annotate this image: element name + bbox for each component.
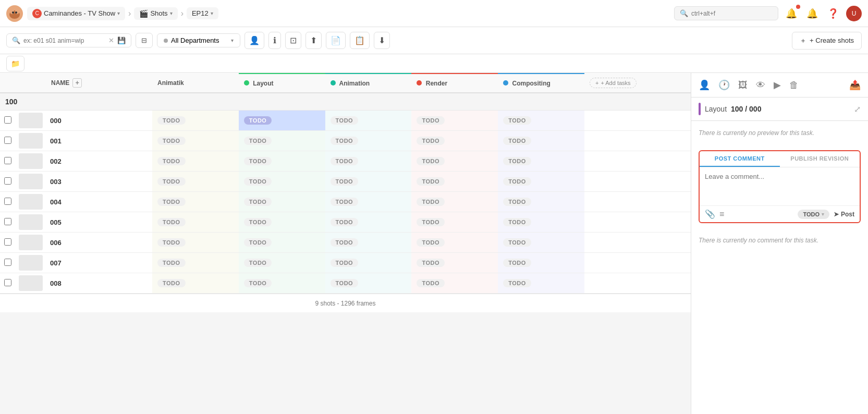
filter-btn[interactable]: ⊟ xyxy=(136,33,153,48)
compositing-cell[interactable]: TODO xyxy=(498,253,584,273)
rp-expand-btn[interactable]: ⤢ xyxy=(854,104,861,114)
animatik-cell[interactable]: TODO xyxy=(152,233,239,253)
animation-cell[interactable]: TODO xyxy=(325,273,412,294)
rp-eye-icon[interactable]: 👁 xyxy=(754,78,767,93)
render-cell[interactable]: TODO xyxy=(411,212,498,233)
global-search[interactable]: 🔍 xyxy=(674,6,778,20)
todo-pill[interactable]: TODO ▾ xyxy=(798,210,829,219)
rp-play-icon[interactable]: ▶ xyxy=(772,77,783,93)
attach-icon[interactable]: 📎 xyxy=(705,209,715,219)
info-btn[interactable]: ℹ xyxy=(268,32,281,49)
render-cell[interactable]: TODO xyxy=(411,131,498,151)
render-cell[interactable]: TODO xyxy=(411,151,498,172)
row-checkbox[interactable] xyxy=(4,137,11,144)
animatik-cell[interactable]: TODO xyxy=(152,192,239,212)
animation-cell[interactable]: TODO xyxy=(325,151,412,172)
clone-btn[interactable]: 📋 xyxy=(350,32,370,49)
save-search-icon[interactable]: 💾 xyxy=(117,36,126,44)
compositing-cell[interactable]: TODO xyxy=(498,273,584,294)
animation-cell[interactable]: TODO xyxy=(325,233,412,253)
row-checkbox[interactable] xyxy=(4,157,11,164)
shot-number[interactable]: 002 xyxy=(46,151,152,172)
folder-btn[interactable]: 📁 xyxy=(6,56,25,71)
alerts-btn[interactable]: 🔔 xyxy=(804,6,820,21)
shot-number[interactable]: 008 xyxy=(46,273,152,294)
compositing-cell[interactable]: TODO xyxy=(498,172,584,192)
preview-btn[interactable]: ⊡ xyxy=(285,32,301,49)
shot-number[interactable]: 004 xyxy=(46,192,152,212)
animatik-cell[interactable]: TODO xyxy=(152,253,239,273)
compositing-cell[interactable]: TODO xyxy=(498,192,584,212)
layout-cell[interactable]: TODO xyxy=(239,192,325,212)
post-comment-tab[interactable]: POST COMMENT xyxy=(700,151,780,167)
compositing-cell[interactable]: TODO xyxy=(498,111,584,131)
dept-selector[interactable]: All Departments ▾ xyxy=(157,33,240,47)
row-checkbox[interactable] xyxy=(4,198,11,205)
rp-user-icon[interactable]: 👤 xyxy=(696,77,712,93)
todo-toggle[interactable]: ▾ xyxy=(822,212,824,217)
animation-cell[interactable]: TODO xyxy=(325,172,412,192)
animatik-cell[interactable]: TODO xyxy=(152,273,239,294)
publish-revision-tab[interactable]: PUBLISH REVISION xyxy=(780,151,860,167)
list-icon[interactable]: ≡ xyxy=(719,210,724,219)
clear-search-icon[interactable]: ✕ xyxy=(108,36,114,44)
animatik-cell[interactable]: TODO xyxy=(152,131,239,151)
render-cell[interactable]: TODO xyxy=(411,233,498,253)
project-breadcrumb[interactable]: C Caminandes - TV Show ▾ xyxy=(27,7,125,20)
render-cell[interactable]: TODO xyxy=(411,172,498,192)
create-shots-btn[interactable]: ＋ + Create shots xyxy=(792,32,862,50)
episode-breadcrumb[interactable]: EP12 ▾ xyxy=(187,7,218,19)
app-logo[interactable] xyxy=(6,5,23,22)
animatik-cell[interactable]: TODO xyxy=(152,111,239,131)
render-cell[interactable]: TODO xyxy=(411,111,498,131)
animation-cell[interactable]: TODO xyxy=(325,131,412,151)
shot-search-input[interactable] xyxy=(23,37,105,44)
animation-cell[interactable]: TODO xyxy=(325,253,412,273)
animation-cell[interactable]: TODO xyxy=(325,111,412,131)
layout-cell[interactable]: TODO xyxy=(239,273,325,294)
assignee-filter-btn[interactable]: 👤 xyxy=(244,32,264,49)
notifications-btn[interactable]: 🔔 xyxy=(784,6,799,21)
shot-number[interactable]: 003 xyxy=(46,172,152,192)
row-checkbox[interactable] xyxy=(4,238,11,246)
post-btn[interactable]: ➤ Post xyxy=(834,211,854,218)
add-tasks-btn[interactable]: + + Add tasks xyxy=(590,78,637,88)
shot-number[interactable]: 006 xyxy=(46,233,152,253)
compositing-cell[interactable]: TODO xyxy=(498,151,584,172)
layout-cell[interactable]: TODO xyxy=(239,212,325,233)
layout-cell[interactable]: TODO xyxy=(239,233,325,253)
comment-textarea[interactable] xyxy=(705,173,854,199)
help-btn[interactable]: ❓ xyxy=(825,6,841,21)
render-cell[interactable]: TODO xyxy=(411,253,498,273)
render-cell[interactable]: TODO xyxy=(411,273,498,294)
rp-image-icon[interactable]: 🖼 xyxy=(736,78,750,93)
rp-trash-icon[interactable]: 🗑 xyxy=(787,78,801,93)
row-checkbox[interactable] xyxy=(4,259,11,266)
shot-number[interactable]: 007 xyxy=(46,253,152,273)
rp-upload-icon[interactable]: 📤 xyxy=(847,77,863,93)
layout-cell[interactable]: TODO xyxy=(239,151,325,172)
global-search-input[interactable] xyxy=(691,10,773,17)
layout-cell[interactable]: TODO xyxy=(239,253,325,273)
upload-btn[interactable]: ⬆ xyxy=(305,32,322,49)
animatik-cell[interactable]: TODO xyxy=(152,212,239,233)
row-checkbox[interactable] xyxy=(4,218,11,225)
rp-clock-icon[interactable]: 🕐 xyxy=(716,77,732,93)
layout-cell[interactable]: TODO xyxy=(239,111,325,131)
animation-cell[interactable]: TODO xyxy=(325,192,412,212)
compositing-cell[interactable]: TODO xyxy=(498,131,584,151)
layout-cell[interactable]: TODO xyxy=(239,131,325,151)
shot-search[interactable]: 🔍 ✕ 💾 xyxy=(6,33,131,47)
shot-number[interactable]: 000 xyxy=(46,111,152,131)
shot-number[interactable]: 005 xyxy=(46,212,152,233)
render-cell[interactable]: TODO xyxy=(411,192,498,212)
row-checkbox[interactable] xyxy=(4,279,11,286)
download-btn[interactable]: ⬇ xyxy=(374,32,390,49)
row-checkbox[interactable] xyxy=(4,116,11,124)
shot-number[interactable]: 001 xyxy=(46,131,152,151)
row-checkbox[interactable] xyxy=(4,177,11,185)
compositing-cell[interactable]: TODO xyxy=(498,212,584,233)
compositing-cell[interactable]: TODO xyxy=(498,233,584,253)
section-breadcrumb[interactable]: 🎬 Shots ▾ xyxy=(134,7,177,20)
layout-cell[interactable]: TODO xyxy=(239,172,325,192)
